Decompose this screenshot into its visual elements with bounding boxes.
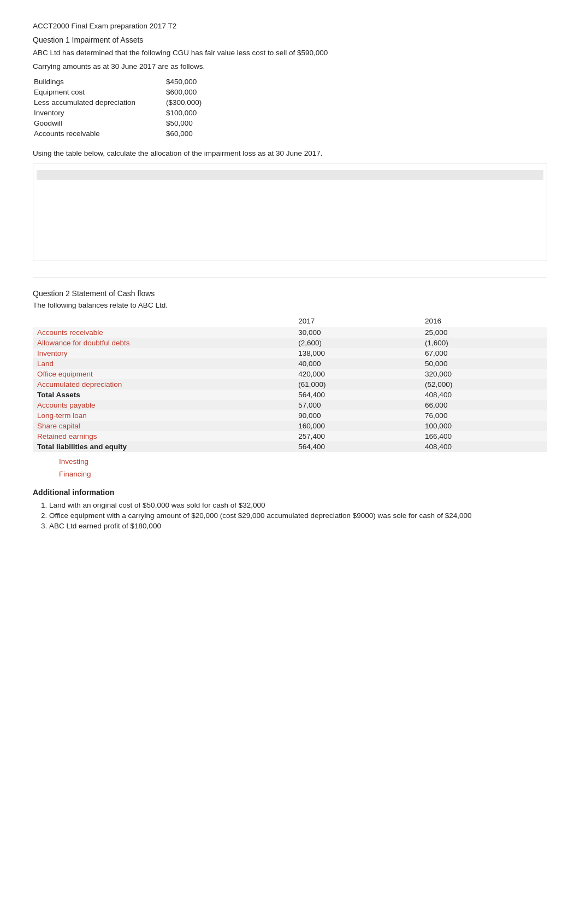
carrying-row: Accounts receivable$60,000 <box>34 129 218 138</box>
balance-row: Share capital160,000100,000 <box>33 421 547 431</box>
balance-2016: 320,000 <box>421 369 547 379</box>
financing-label: Financing <box>37 470 91 478</box>
balance-label: Office equipment <box>33 369 294 379</box>
financing-row: Financing <box>33 468 547 480</box>
balance-2017: 160,000 <box>294 421 421 431</box>
carrying-amounts-table: Buildings$450,000Equipment cost$600,000L… <box>33 76 219 139</box>
balance-2016: (52,000) <box>421 379 547 390</box>
section-divider <box>33 278 547 278</box>
balance-2017: (2,600) <box>294 338 421 348</box>
balance-row: Land40,00050,000 <box>33 358 547 369</box>
balance-2017: 57,000 <box>294 400 421 410</box>
balance-label: Accounts receivable <box>33 327 294 338</box>
balance-row: Total liabilities and equity564,400408,4… <box>33 442 547 452</box>
col-2016: 2016 <box>421 315 547 327</box>
balance-2016: 408,400 <box>421 390 547 400</box>
q1-para2: Carrying amounts as at 30 June 2017 are … <box>33 62 547 70</box>
carrying-value: $100,000 <box>166 108 218 117</box>
carrying-row: Less accumulated depreciation($300,000) <box>34 98 218 107</box>
balance-2017: 257,400 <box>294 431 421 442</box>
balance-2017: 564,400 <box>294 442 421 452</box>
investing-label: Investing <box>37 457 88 466</box>
balance-label: Long-term loan <box>33 410 294 421</box>
balance-label: Accumulated depreciation <box>33 379 294 390</box>
carrying-row: Buildings$450,000 <box>34 77 218 86</box>
gray-bar <box>37 170 543 180</box>
q1-heading: Question 1 Impairment of Assets <box>33 36 547 44</box>
balance-row: Inventory138,00067,000 <box>33 348 547 358</box>
carrying-value: $50,000 <box>166 119 218 128</box>
balance-table-header-row: 2017 2016 <box>33 315 547 327</box>
balance-2017: 90,000 <box>294 410 421 421</box>
balance-2017: 30,000 <box>294 327 421 338</box>
balance-label: Retained earnings <box>33 431 294 442</box>
carrying-row: Equipment cost$600,000 <box>34 87 218 97</box>
balance-label: Accounts payable <box>33 400 294 410</box>
balance-row: Long-term loan90,00076,000 <box>33 410 547 421</box>
carrying-row: Goodwill$50,000 <box>34 119 218 128</box>
balance-2016: 25,000 <box>421 327 547 338</box>
carrying-label: Accounts receivable <box>34 129 165 138</box>
balance-2016: 76,000 <box>421 410 547 421</box>
additional-info-item: Office equipment with a carrying amount … <box>49 511 547 520</box>
carrying-label: Goodwill <box>34 119 165 128</box>
carrying-value: $600,000 <box>166 87 218 97</box>
additional-info-item: ABC Ltd earned profit of $180,000 <box>49 522 547 530</box>
balance-row: Accounts payable57,00066,000 <box>33 400 547 410</box>
balance-2017: 564,400 <box>294 390 421 400</box>
additional-info-heading: Additional information <box>33 488 547 497</box>
balance-label: Total Assets <box>33 390 294 400</box>
investing-row: Investing <box>33 455 547 468</box>
carrying-value: $60,000 <box>166 129 218 138</box>
balance-row: Total Assets564,400408,400 <box>33 390 547 400</box>
balance-2016: 66,000 <box>421 400 547 410</box>
q2-sub: The following balances relate to ABC Ltd… <box>33 301 547 309</box>
balance-row: Retained earnings257,400166,400 <box>33 431 547 442</box>
doc-title: ACCT2000 Final Exam preparation 2017 T2 <box>33 22 547 30</box>
col-label <box>33 315 294 327</box>
carrying-label: Less accumulated depreciation <box>34 98 165 107</box>
carrying-label: Equipment cost <box>34 87 165 97</box>
balance-2017: 138,000 <box>294 348 421 358</box>
additional-info-list: Land with an original cost of $50,000 wa… <box>49 501 547 530</box>
carrying-label: Inventory <box>34 108 165 117</box>
balance-2016: 166,400 <box>421 431 547 442</box>
additional-info-item: Land with an original cost of $50,000 wa… <box>49 501 547 509</box>
carrying-value: $450,000 <box>166 77 218 86</box>
balance-2016: (1,600) <box>421 338 547 348</box>
balance-table: 2017 2016 Accounts receivable30,00025,00… <box>33 315 547 452</box>
balance-2017: 420,000 <box>294 369 421 379</box>
carrying-value: ($300,000) <box>166 98 218 107</box>
balance-row: Accumulated depreciation(61,000)(52,000) <box>33 379 547 390</box>
balance-label: Land <box>33 358 294 369</box>
balance-row: Accounts receivable30,00025,000 <box>33 327 547 338</box>
balance-row: Office equipment420,000320,000 <box>33 369 547 379</box>
q1-instruction: Using the table below, calculate the all… <box>33 149 547 157</box>
balance-label: Share capital <box>33 421 294 431</box>
balance-label: Total liabilities and equity <box>33 442 294 452</box>
q2-heading: Question 2 Statement of Cash flows <box>33 289 547 298</box>
balance-2017: 40,000 <box>294 358 421 369</box>
carrying-row: Inventory$100,000 <box>34 108 218 117</box>
col-2017: 2017 <box>294 315 421 327</box>
balance-2017: (61,000) <box>294 379 421 390</box>
carrying-label: Buildings <box>34 77 165 86</box>
balance-2016: 50,000 <box>421 358 547 369</box>
q1-para1: ABC Ltd has determined that the followin… <box>33 49 547 57</box>
balance-row: Allowance for doubtful debts(2,600)(1,60… <box>33 338 547 348</box>
q1-answer-box <box>33 163 547 261</box>
balance-2016: 100,000 <box>421 421 547 431</box>
balance-label: Inventory <box>33 348 294 358</box>
balance-label: Allowance for doubtful debts <box>33 338 294 348</box>
balance-2016: 67,000 <box>421 348 547 358</box>
balance-2016: 408,400 <box>421 442 547 452</box>
